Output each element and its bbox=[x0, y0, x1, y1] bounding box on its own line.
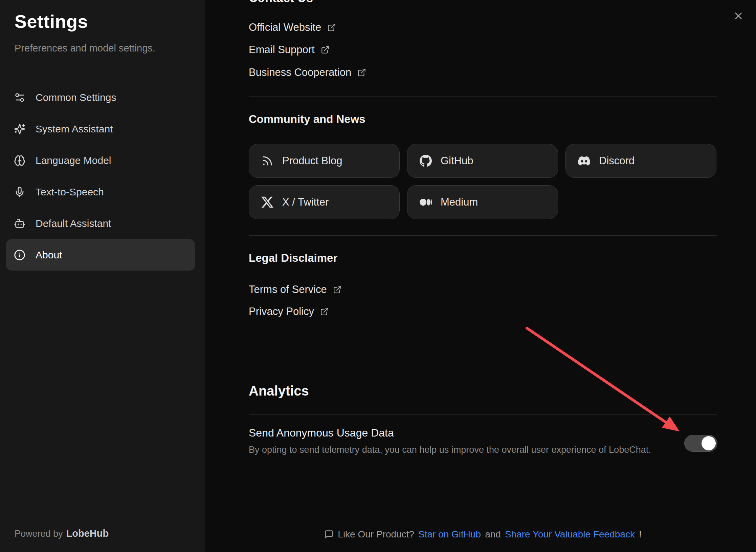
usage-data-label: Send Anonymous Usage Data bbox=[249, 425, 394, 440]
sidebar-item-label: Text-to-Speech bbox=[36, 186, 104, 198]
sidebar-item-label: System Assistant bbox=[36, 123, 113, 135]
terms-of-service-link[interactable]: Terms of Service bbox=[249, 282, 342, 297]
sidebar-item-default-assistant[interactable]: Default Assistant bbox=[6, 208, 195, 239]
link-label: Official Website bbox=[249, 21, 321, 34]
analytics-heading: Analytics bbox=[249, 382, 309, 400]
settings-modal: Settings Preferences and model settings.… bbox=[0, 0, 756, 552]
share-feedback-link[interactable]: Share Your Valuable Feedback bbox=[505, 528, 635, 541]
rss-icon bbox=[261, 155, 273, 167]
legal-heading: Legal Disclaimer bbox=[249, 251, 337, 266]
info-icon bbox=[14, 249, 25, 261]
github-icon bbox=[420, 155, 432, 167]
link-label: Email Support bbox=[249, 44, 315, 56]
sidebar-item-system-assistant[interactable]: System Assistant bbox=[6, 113, 195, 145]
external-link-icon bbox=[333, 285, 342, 294]
brain-icon bbox=[14, 155, 25, 166]
powered-by-label: Powered by bbox=[15, 529, 63, 539]
email-support-link[interactable]: Email Support bbox=[249, 42, 330, 57]
mic-icon bbox=[14, 186, 25, 198]
page-title: Settings bbox=[15, 10, 88, 33]
close-icon bbox=[733, 18, 744, 23]
link-label: Privacy Policy bbox=[249, 305, 314, 318]
sparkles-icon bbox=[14, 123, 25, 135]
x-icon bbox=[261, 196, 273, 208]
button-label: X / Twitter bbox=[282, 196, 329, 208]
discord-button[interactable]: Discord bbox=[565, 144, 716, 178]
usage-data-toggle[interactable] bbox=[684, 435, 717, 452]
community-buttons: Product Blog GitHub Discord X / Twitter bbox=[249, 144, 720, 219]
settings-sidebar: Settings Preferences and model settings.… bbox=[0, 0, 205, 552]
medium-button[interactable]: Medium bbox=[407, 185, 558, 219]
usage-data-description: By opting to send telemetry data, you ca… bbox=[249, 444, 651, 456]
x-twitter-button[interactable]: X / Twitter bbox=[249, 185, 400, 219]
link-label: Terms of Service bbox=[249, 283, 327, 296]
divider bbox=[249, 414, 717, 415]
message-icon bbox=[324, 530, 334, 539]
settings-content: Contact Us Official Website Email Suppor… bbox=[205, 0, 756, 552]
official-website-link[interactable]: Official Website bbox=[249, 20, 336, 35]
page-subtitle: Preferences and model settings. bbox=[15, 41, 155, 55]
cta-conjunction: and bbox=[485, 528, 501, 541]
cta-suffix: ! bbox=[639, 528, 642, 541]
link-label: Business Cooperation bbox=[249, 66, 351, 79]
product-blog-button[interactable]: Product Blog bbox=[249, 144, 400, 178]
external-link-icon bbox=[357, 68, 366, 77]
close-button[interactable] bbox=[731, 9, 746, 24]
external-link-icon bbox=[327, 23, 336, 32]
external-link-icon bbox=[321, 45, 330, 54]
medium-icon bbox=[420, 196, 432, 208]
sidebar-item-common-settings[interactable]: Common Settings bbox=[6, 82, 195, 113]
sidebar-item-language-model[interactable]: Language Model bbox=[6, 145, 195, 176]
divider bbox=[249, 235, 717, 236]
cta-prefix: Like Our Product? bbox=[338, 528, 414, 541]
sidebar-item-label: Language Model bbox=[36, 155, 111, 166]
button-label: Product Blog bbox=[282, 155, 342, 167]
sidebar-item-label: Default Assistant bbox=[36, 218, 111, 229]
sidebar-item-label: About bbox=[36, 249, 62, 261]
privacy-policy-link[interactable]: Privacy Policy bbox=[249, 304, 329, 319]
sidebar-item-label: Common Settings bbox=[36, 92, 116, 103]
bot-icon bbox=[14, 218, 25, 229]
sliders-icon bbox=[14, 92, 25, 103]
lobehub-brand-link[interactable]: LobeHub bbox=[66, 528, 109, 539]
settings-nav: Common Settings System Assistant Languag… bbox=[6, 82, 195, 271]
powered-by: Powered byLobeHub bbox=[15, 527, 109, 540]
footer-cta: Like Our Product? Star on GitHub and Sha… bbox=[249, 528, 717, 541]
sidebar-item-text-to-speech[interactable]: Text-to-Speech bbox=[6, 176, 195, 208]
button-label: Discord bbox=[599, 155, 635, 167]
discord-icon bbox=[578, 155, 590, 167]
contact-us-heading: Contact Us bbox=[249, 0, 313, 5]
external-link-icon bbox=[320, 307, 329, 316]
github-button[interactable]: GitHub bbox=[407, 144, 558, 178]
button-label: Medium bbox=[441, 196, 478, 208]
button-label: GitHub bbox=[441, 155, 473, 167]
community-heading: Community and News bbox=[249, 112, 365, 127]
star-on-github-link[interactable]: Star on GitHub bbox=[418, 528, 481, 541]
toggle-knob bbox=[702, 436, 716, 450]
business-cooperation-link[interactable]: Business Cooperation bbox=[249, 65, 366, 80]
sidebar-item-about[interactable]: About bbox=[6, 239, 195, 271]
divider bbox=[249, 97, 717, 97]
